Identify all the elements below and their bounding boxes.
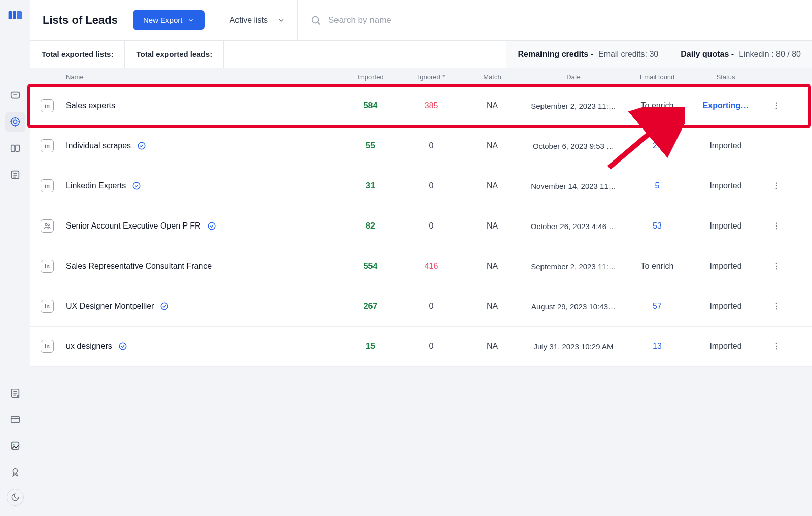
filter-dropdown[interactable]: Active lists [229, 16, 285, 25]
stat-remaining-credits: Remaining credits - Email credits: 30 [506, 41, 669, 68]
svg-point-14 [312, 16, 319, 23]
row-match: NA [462, 262, 523, 271]
row-date: September 2, 2023 11:… [523, 262, 624, 271]
svg-point-29 [776, 263, 777, 264]
search-input[interactable] [328, 15, 800, 25]
svg-point-20 [776, 183, 777, 184]
page-title: Lists of Leads [43, 14, 118, 27]
svg-point-23 [45, 223, 47, 225]
row-match: NA [462, 342, 523, 351]
row-name: Individual scrapes [66, 141, 340, 150]
row-date: October 26, 2023 4:46 … [523, 222, 624, 231]
row-source-icon: in [41, 179, 66, 192]
row-email-found[interactable]: 13 [624, 342, 690, 351]
stat-bar: Total exported lists: Total exported lea… [30, 41, 812, 68]
row-source-icon: in [41, 99, 66, 112]
row-more-button[interactable] [761, 262, 792, 271]
verified-icon [207, 221, 216, 231]
row-ignored: 0 [401, 181, 462, 190]
svg-point-25 [208, 222, 215, 230]
row-more-button[interactable] [761, 342, 792, 351]
filter-dropdown-label: Active lists [229, 16, 268, 25]
svg-rect-10 [11, 417, 20, 423]
row-imported: 267 [340, 302, 401, 311]
svg-point-4 [13, 120, 17, 123]
sidebar-item-leads[interactable] [5, 112, 25, 132]
row-status: Imported [690, 342, 761, 351]
sidebar-item-messages[interactable] [5, 85, 25, 106]
row-name: ux designers [66, 342, 340, 351]
row-email-found[interactable]: 5 [624, 181, 690, 190]
row-imported: 55 [340, 141, 401, 150]
theme-toggle[interactable] [7, 489, 24, 506]
svg-point-17 [776, 108, 777, 109]
row-imported: 584 [340, 101, 401, 110]
row-ignored: 416 [401, 262, 462, 271]
row-ignored: 0 [401, 221, 462, 231]
svg-point-38 [776, 346, 777, 347]
svg-rect-1 [13, 11, 16, 19]
table-row[interactable]: in ux designers 15 0 NA July 31, 2023 10… [30, 327, 812, 367]
row-date: September 2, 2023 11:… [523, 102, 624, 110]
table-row[interactable]: in Sales experts 584 385 NA September 2,… [30, 86, 812, 126]
row-match: NA [462, 181, 523, 190]
table-row[interactable]: in Linkedin Experts 31 0 NA November 14,… [30, 166, 812, 206]
row-more-button[interactable] [761, 181, 792, 190]
row-ignored: 0 [401, 302, 462, 311]
new-export-button[interactable]: New Export [133, 10, 205, 30]
sidebar-item-billing[interactable] [5, 409, 25, 430]
svg-point-26 [776, 223, 777, 224]
row-name: Linkedin Experts [66, 181, 340, 190]
chevron-down-icon [277, 16, 285, 24]
col-match: Match [462, 73, 523, 81]
col-date: Date [523, 73, 624, 81]
row-email-found[interactable]: 57 [624, 302, 690, 311]
svg-point-39 [776, 348, 777, 349]
table-row[interactable]: Senior Account Executive Open P FR 82 0 … [30, 206, 812, 246]
row-email-found[interactable]: 53 [624, 221, 690, 231]
sidebar-item-lists[interactable] [5, 165, 25, 185]
row-status: Exporting… [690, 101, 761, 110]
stat-daily-quotas: Daily quotas - Linkedin : 80 / 80 [669, 41, 812, 68]
svg-point-30 [776, 266, 777, 267]
row-more-button[interactable] [761, 221, 792, 231]
table: Name Imported Ignored * Match Date Email… [30, 68, 812, 516]
col-email-found: Email found [624, 73, 690, 81]
row-more-button[interactable] [761, 101, 792, 110]
svg-point-15 [776, 103, 777, 104]
row-ignored: 0 [401, 141, 462, 150]
row-email-found[interactable]: 21 [624, 141, 690, 150]
svg-point-21 [776, 185, 777, 186]
table-header: Name Imported Ignored * Match Date Email… [30, 68, 812, 86]
row-email-found: To enrich [624, 262, 690, 271]
row-imported: 31 [340, 181, 401, 190]
col-ignored: Ignored * [401, 73, 462, 81]
sidebar-item-award[interactable] [5, 462, 25, 482]
row-name: Sales Representative Consultant France [66, 262, 340, 271]
row-match: NA [462, 141, 523, 150]
svg-point-24 [48, 224, 49, 225]
sidebar-item-contacts[interactable] [5, 383, 25, 403]
app-logo [7, 7, 23, 23]
table-row[interactable]: in Sales Representative Consultant Franc… [30, 246, 812, 286]
svg-rect-0 [9, 11, 12, 19]
row-email-found: To enrich [624, 101, 690, 110]
new-export-label: New Export [143, 16, 183, 24]
row-name: UX Designer Montpellier [66, 302, 340, 311]
table-row[interactable]: in Individual scrapes 55 0 NA October 6,… [30, 126, 812, 166]
svg-point-19 [133, 182, 141, 189]
stat-total-lists: Total exported lists: [30, 41, 125, 68]
sidebar-item-metrics[interactable] [5, 138, 25, 158]
verified-icon [137, 141, 146, 150]
row-more-button[interactable] [761, 302, 792, 311]
topbar: Lists of Leads New Export Active lists [30, 0, 812, 41]
table-row[interactable]: in UX Designer Montpellier 267 0 NA Augu… [30, 286, 812, 327]
svg-point-34 [776, 306, 777, 307]
sidebar [0, 0, 30, 516]
row-source-icon: in [41, 340, 66, 353]
svg-rect-5 [11, 145, 15, 152]
svg-point-35 [776, 308, 777, 309]
row-status: Imported [690, 262, 761, 271]
sidebar-item-image[interactable] [5, 436, 25, 456]
row-date: November 14, 2023 11… [523, 182, 624, 190]
